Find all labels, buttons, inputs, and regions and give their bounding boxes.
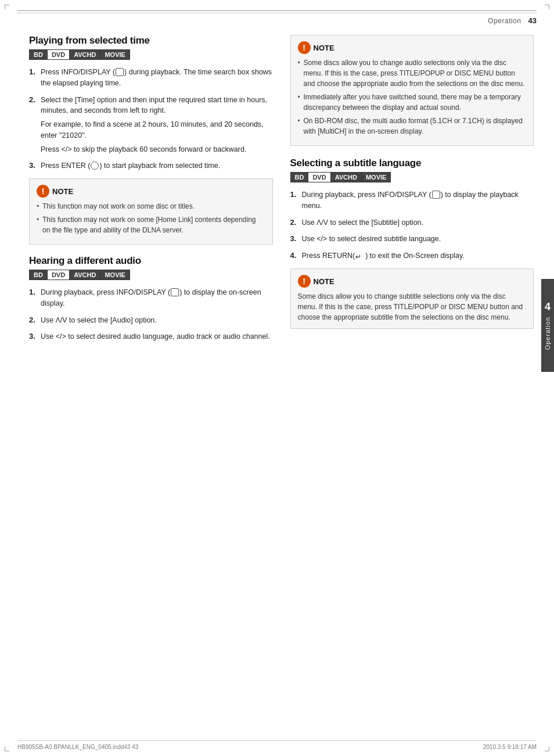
top-border-outer [17,10,537,11]
badge-bd: BD [30,50,48,59]
subtitle-step-content-1: During playback, press INFO/DISPLAY () t… [302,189,534,212]
right-note-top-item-3: On BD-ROM disc, the multi audio format (… [298,116,527,137]
playing-step-1: 1. Press INFO/DISPLAY () during playback… [29,67,273,89]
display-icon-2 [171,288,179,296]
subtitle-note-title: NOTE [314,277,334,286]
playing-step-2: 2. Select the [Time] option and then inp… [29,95,273,155]
hearing-step-3: 3. Use </> to select desired audio langu… [29,331,273,342]
playing-note-box: ! NOTE This function may not work on som… [29,178,273,245]
sidebar-number: 4 [545,301,551,313]
note-icon-3: ! [298,275,311,288]
subtitle-note-box: ! NOTE Some discs allow you to change su… [290,268,534,329]
hearing-badge-bd: BD [30,270,48,280]
hearing-step-1: 1. During playback, press INFO/DISPLAY (… [29,287,273,309]
playing-note-list: This function may not work on some disc … [37,201,265,235]
hearing-badge-movie: MOVIE [100,270,129,280]
step-2-sub1: For example, to find a scene at 2 hours,… [41,119,273,141]
header-label: Operation [488,17,521,25]
sidebar-tab: 4 Operation [541,279,554,372]
top-border-inner [17,13,537,13]
hearing-step-content-3: Use </> to select desired audio language… [41,331,270,342]
page-number: 43 [528,16,537,25]
step-num-1: 1. [29,67,41,89]
return-icon: ↵ [355,252,365,260]
bottom-right-text: 2010.3.5 9:18:17 AM [483,744,537,750]
two-column-layout: Playing from selected time BD DVD AVCHD … [29,35,534,349]
subtitle-section: Selecting a subtitle language BD DVD AVC… [290,157,534,329]
hearing-badges: BD DVD AVCHD MOVIE [29,270,130,280]
hearing-step-content-2: Use Λ/V to select the [Audio] option. [41,315,157,326]
playing-step-3: 3. Press ENTER () to start playback from… [29,160,273,171]
subtitle-step-content-2: Use Λ/V to select the [Subtitle] option. [302,217,424,228]
subtitle-step-num-4: 4. [290,250,302,261]
corner-tl [5,5,9,9]
bottom-bar: HB905SB-A0.BPANLLK_ENG_0405.indd43 43 20… [17,740,537,750]
subtitle-title: Selecting a subtitle language [290,157,534,169]
badge-dvd: DVD [48,50,70,59]
subtitle-step-content-4: Press RETURN(↵) to exit the On-Screen di… [302,250,465,261]
subtitle-step-content-3: Use </> to select desired subtitle langu… [302,234,441,245]
subtitle-badge-avchd: AVCHD [331,173,362,182]
right-note-top-list: Some discs allow you to change audio sel… [298,58,527,137]
playing-note-title: NOTE [52,187,73,196]
hearing-badge-dvd: DVD [48,270,70,280]
right-note-top-header: ! NOTE [298,41,527,54]
step-content-3: Press ENTER () to start playback from se… [41,160,220,171]
subtitle-badge-bd: BD [291,173,309,182]
right-note-top-box: ! NOTE Some discs allow you to change au… [290,35,534,146]
badge-avchd: AVCHD [70,50,100,59]
playing-badges: BD DVD AVCHD MOVIE [29,49,130,60]
content-area: Playing from selected time BD DVD AVCHD … [29,35,534,733]
subtitle-step-2: 2. Use Λ/V to select the [Subtitle] opti… [290,217,534,228]
sidebar-text: Operation [544,317,551,350]
subtitle-badge-movie: MOVIE [362,173,390,182]
page: Operation 43 4 Operation Playing from se… [0,0,554,756]
hearing-step-2: 2. Use Λ/V to select the [Audio] option. [29,315,273,326]
corner-bl [5,747,9,751]
enter-icon [91,162,99,170]
playing-note-item-2: This function may not work on some [Home… [37,214,265,235]
playing-steps: 1. Press INFO/DISPLAY () during playback… [29,67,273,171]
subtitle-step-num-2: 2. [290,217,302,228]
playing-note-item-1: This function may not work on some disc … [37,201,265,212]
note-icon-1: ! [37,185,49,198]
step-num-2: 2. [29,95,41,155]
subtitle-steps: 1. During playback, press INFO/DISPLAY (… [290,189,534,261]
step-content-1: Press INFO/DISPLAY () during playback. T… [41,67,273,89]
hearing-section: Hearing a different audio BD DVD AVCHD M… [29,255,273,342]
step-content-2: Select the [Time] option and then input … [41,95,273,155]
subtitle-step-num-1: 1. [290,189,302,212]
subtitle-note-header: ! NOTE [298,275,527,288]
subtitle-step-1: 1. During playback, press INFO/DISPLAY (… [290,189,534,212]
display-icon-1 [116,68,124,76]
subtitle-step-3: 3. Use </> to select desired subtitle la… [290,234,534,245]
playing-note-header: ! NOTE [37,185,265,198]
hearing-step-content-1: During playback, press INFO/DISPLAY () t… [41,287,273,309]
playing-title: Playing from selected time [29,35,273,46]
hearing-badge-avchd: AVCHD [70,270,100,280]
right-column: ! NOTE Some discs allow you to change au… [290,35,534,349]
note-icon-2: ! [298,41,311,54]
step-num-3: 3. [29,160,41,171]
subtitle-badges: BD DVD AVCHD MOVIE [290,172,391,182]
hearing-step-num-1: 1. [29,287,41,309]
bottom-left-text: HB905SB-A0.BPANLLK_ENG_0405.indd43 43 [17,744,138,750]
subtitle-step-num-3: 3. [290,234,302,245]
right-note-top-item-2: Immediately after you have switched soun… [298,92,527,113]
hearing-title: Hearing a different audio [29,255,273,267]
left-column: Playing from selected time BD DVD AVCHD … [29,35,273,349]
badge-movie: MOVIE [100,50,129,59]
hearing-steps: 1. During playback, press INFO/DISPLAY (… [29,287,273,342]
subtitle-step-4: 4. Press RETURN(↵) to exit the On-Screen… [290,250,534,261]
display-icon-3 [432,191,440,199]
hearing-step-num-2: 2. [29,315,41,326]
page-header: Operation 43 [17,16,537,25]
hearing-step-num-3: 3. [29,331,41,342]
right-note-top-title: NOTE [314,44,334,52]
corner-br [545,747,549,751]
playing-section: Playing from selected time BD DVD AVCHD … [29,35,273,245]
subtitle-badge-dvd: DVD [308,173,330,182]
sidebar-tab-content: 4 Operation [544,301,551,350]
right-note-top-item-1: Some discs allow you to change audio sel… [298,58,527,89]
corner-tr [545,5,549,9]
